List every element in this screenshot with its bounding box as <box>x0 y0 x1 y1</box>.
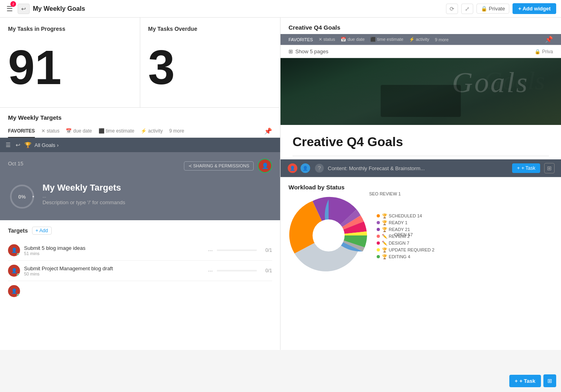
back-button[interactable]: ↩ <box>18 4 30 14</box>
target-progress-bar-1 <box>217 249 257 251</box>
tab-favorites[interactable]: FAVORITES <box>8 125 35 138</box>
tab-more[interactable]: 9 more <box>169 125 184 137</box>
tasks-overdue-count: 3 <box>148 35 272 99</box>
legend-dot-ready21 <box>377 228 380 231</box>
tasks-overdue-title: My Tasks Overdue <box>148 26 272 32</box>
tasks-in-progress-title: My Tasks in Progress <box>8 26 132 32</box>
task-label: + Task <box>521 165 535 171</box>
targets-panel: Targets + Add 👤 Submit 5 blog image idea… <box>0 220 280 308</box>
bottom-right-bar: + + Task ⊞ <box>509 374 556 387</box>
bottom-avatar-2: 👤 <box>300 163 311 174</box>
svg-point-2 <box>313 219 345 251</box>
inner-hamburger-button[interactable]: ☰ <box>5 141 12 149</box>
targets-label: Targets <box>8 227 28 234</box>
tab-due-date[interactable]: 📅 due date <box>66 125 92 137</box>
grid-view-button[interactable]: ⊞ <box>544 163 555 173</box>
creative-tab-favorites[interactable]: FAVORITES <box>289 34 313 45</box>
main-layout: My Tasks in Progress 91 My Tasks Overdue… <box>0 18 561 392</box>
show-pages-label[interactable]: Show 5 pages <box>295 48 328 54</box>
tab-activity[interactable]: ⚡ activity <box>141 125 163 137</box>
add-task-button[interactable]: + + Task <box>512 163 540 173</box>
content-preview-text: Content: Monthly Forecast & Brainstorm..… <box>328 165 508 171</box>
target-dots-2[interactable]: ··· <box>208 267 213 274</box>
target-avatar-3: 👤 <box>8 285 20 297</box>
inner-goals-panel: ☰ ↩ 🏆 All Goals › Oct 15 ≺ SHARING & PER… <box>0 138 280 220</box>
workload-title: Workload by Status <box>289 184 553 191</box>
creative-tabs-bar: FAVORITES ✕ status 📅 due date ⬛ time est… <box>280 34 561 45</box>
creative-header: Creative Q4 Goals <box>280 18 561 34</box>
private-button[interactable]: 🔒 Private <box>476 4 509 14</box>
creative-page-title: Creative Q4 Goals <box>280 125 561 156</box>
left-column: My Tasks in Progress 91 My Tasks Overdue… <box>0 18 280 350</box>
pie-chart-svg <box>289 195 369 275</box>
goal-name: My Weekly Targets <box>42 183 272 193</box>
weekly-targets-header: My Weekly Targets <box>0 108 280 121</box>
help-icon[interactable]: ? <box>315 164 324 173</box>
legend-update-required: 🏆 UPDATE REQUIRED 2 <box>377 247 553 253</box>
refresh-button[interactable]: ⟳ <box>446 4 458 14</box>
creative-tab-activity[interactable]: ⚡ activity <box>409 34 430 45</box>
tasks-in-progress-count: 91 <box>8 35 132 99</box>
private-pages-label: 🔒 Priva <box>535 49 553 54</box>
fab-grid-button[interactable]: ⊞ <box>543 374 556 387</box>
page-divider <box>293 156 549 156</box>
target-item-3: 👤 <box>8 281 272 301</box>
legend-dot-review <box>377 235 380 238</box>
tasks-in-progress-widget: My Tasks in Progress 91 <box>0 18 140 107</box>
goal-description: Description or type '/' for commands <box>42 199 272 205</box>
legend-editing: 🏆 EDITING 4 <box>377 254 553 259</box>
creative-page-row: ⊞ Show 5 pages 🔒 Priva <box>280 45 561 58</box>
workload-content: SEO REVIEW 1 OPEN 57 🏆 SCHEDULED 14 🏆 RE… <box>289 195 553 277</box>
fab-task-button[interactable]: + + Task <box>509 375 541 387</box>
notification-badge: ☰ 2 <box>5 3 14 15</box>
creative-tab-more[interactable]: 9 more <box>435 34 448 45</box>
pin-icon[interactable]: 📌 <box>264 127 272 135</box>
creative-title: Creative Q4 Goals <box>289 24 553 31</box>
creative-pin-icon[interactable]: 📌 <box>545 36 553 43</box>
progress-ring: 0% <box>8 183 36 211</box>
user-avatar: 👤 <box>258 159 272 173</box>
sharing-permissions-button[interactable]: ≺ SHARING & PERMISSIONS <box>184 161 254 171</box>
inner-top-row: Oct 15 ≺ SHARING & PERMISSIONS 👤 <box>8 159 272 173</box>
bottom-avatar-1: 👤 <box>287 163 298 174</box>
target-time-2: 50 mins <box>24 271 204 276</box>
chevron-right-icon: › <box>57 142 59 148</box>
legend-dot-scheduled <box>377 214 380 217</box>
legend-dot-ready1 <box>377 221 380 224</box>
target-online-dot-1 <box>17 253 20 256</box>
tab-status[interactable]: ✕ status <box>41 125 59 137</box>
right-column: Creative Q4 Goals FAVORITES ✕ status 📅 d… <box>280 18 561 350</box>
legend-dot-update <box>377 248 380 251</box>
creative-section: Creative Q4 Goals FAVORITES ✕ status 📅 d… <box>280 18 561 177</box>
creative-tab-status[interactable]: ✕ status <box>319 34 335 45</box>
target-item-2: 👤 Submit Project Management blog draft 5… <box>8 261 272 281</box>
target-name-2: Submit Project Management blog draft <box>24 265 204 271</box>
inner-back-button[interactable]: ↩ <box>15 141 21 149</box>
target-online-dot-2 <box>17 273 20 277</box>
creative-tab-time-estimate[interactable]: ⬛ time estimate <box>370 34 403 45</box>
lock-icon: 🔒 <box>481 6 487 12</box>
legend-ready-21: 🏆 READY 21 <box>377 227 553 232</box>
target-dots-1[interactable]: ··· <box>208 247 213 253</box>
trophy-icon: 🏆 <box>24 142 31 148</box>
private-pages-text: Priva <box>542 49 553 54</box>
creative-tab-due-date[interactable]: 📅 due date <box>341 34 365 45</box>
notification-count: 2 <box>10 1 16 7</box>
date-label: Oct 15 <box>8 161 23 167</box>
target-progress-bar-2 <box>217 270 257 271</box>
creative-bottom-bar: 👤 👤 ? Content: Monthly Forecast & Brains… <box>280 159 561 177</box>
weekly-targets-title: My Weekly Targets <box>8 114 272 121</box>
legend-dot-editing <box>377 255 380 258</box>
more-options-icon[interactable]: ··· <box>42 195 272 199</box>
inner-goals-content: Oct 15 ≺ SHARING & PERMISSIONS 👤 <box>0 152 280 220</box>
fullscreen-button[interactable]: ⤢ <box>461 4 473 14</box>
add-target-button[interactable]: + Add <box>32 227 52 235</box>
target-item-1: 👤 Submit 5 blog image ideas 51 mins ··· … <box>8 240 272 261</box>
weekly-targets-section: My Weekly Targets FAVORITES ✕ status 📅 d… <box>0 108 280 350</box>
inner-breadcrumb[interactable]: All Goals › <box>34 142 59 148</box>
add-widget-button[interactable]: + Add widget <box>513 3 556 14</box>
target-time-1: 51 mins <box>24 251 204 256</box>
pie-chart-container: SEO REVIEW 1 OPEN 57 <box>289 195 369 277</box>
tab-time-estimate[interactable]: ⬛ time estimate <box>99 125 135 137</box>
progress-text: 0% <box>18 194 26 200</box>
